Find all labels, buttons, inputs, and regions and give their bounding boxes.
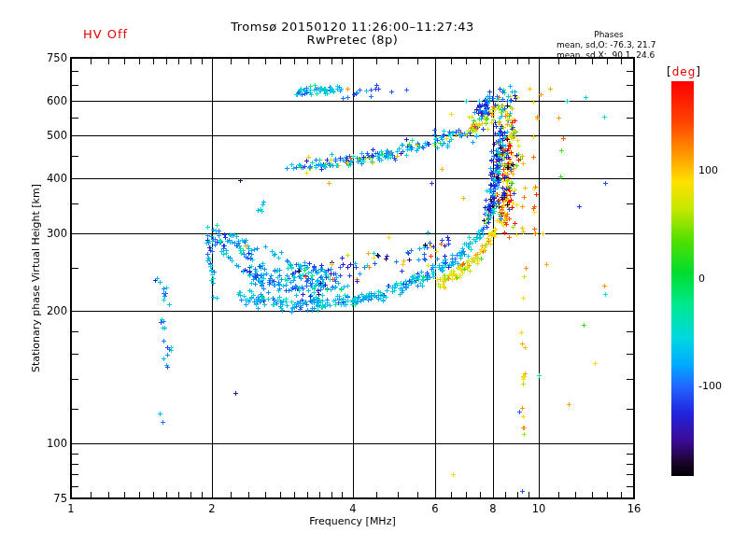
colorbar-gradient: [671, 81, 694, 476]
x-tick-label: 10: [532, 502, 546, 515]
y-tick-label: 600: [35, 94, 67, 107]
phase-stats-block: Phasesmean, sd,O: -76.3, 21.7 mean, sd,X…: [557, 9, 661, 71]
y-tick-label: 75: [35, 492, 67, 505]
phase-stats-x-mode: mean, sd,X: 90.1, 24.6: [557, 50, 655, 60]
y-tick-label: 750: [35, 51, 67, 64]
colorbar-title-bracket-close: ]: [696, 65, 701, 78]
x-tick-label: 2: [208, 502, 215, 515]
y-tick-label: 300: [35, 227, 67, 240]
colorbar-title: [deg]: [667, 65, 701, 78]
x-tick-label: 16: [627, 502, 641, 515]
y-tick-label: 400: [35, 172, 67, 185]
x-tick-label: 6: [431, 502, 438, 515]
ionogram-figure: HV Off Tromsø 20150120 11:26:00–11:27:43…: [0, 0, 747, 560]
colorbar-tick-label: 100: [698, 164, 718, 176]
phase-stats-o-mode: mean, sd,O: -76.3, 21.7: [557, 40, 655, 49]
y-axis-title-wrap: Stationary phase Virtual Height [km]: [28, 58, 43, 498]
x-tick-label: 4: [349, 502, 356, 515]
plot-title: Tromsø 20150120 11:26:00–11:27:43: [71, 20, 634, 34]
y-tick-label: 200: [35, 304, 67, 317]
y-tick-label: 500: [35, 129, 67, 142]
colorbar-title-text: deg: [672, 65, 697, 78]
x-tick-label: 8: [489, 502, 496, 515]
y-tick-label: 100: [35, 437, 67, 450]
phase-stats-title: Phases: [557, 30, 661, 40]
y-axis-title: Stationary phase Virtual Height [km]: [30, 184, 42, 372]
x-tick-label: 1: [67, 502, 74, 515]
plot-subtitle: RwPretec (8p): [71, 33, 634, 47]
colorbar-tick-label: -100: [698, 380, 722, 392]
scatter-plot-canvas: [0, 0, 747, 560]
x-axis-title: Frequency [MHz]: [71, 515, 634, 527]
colorbar-tick-label: 0: [698, 273, 705, 285]
